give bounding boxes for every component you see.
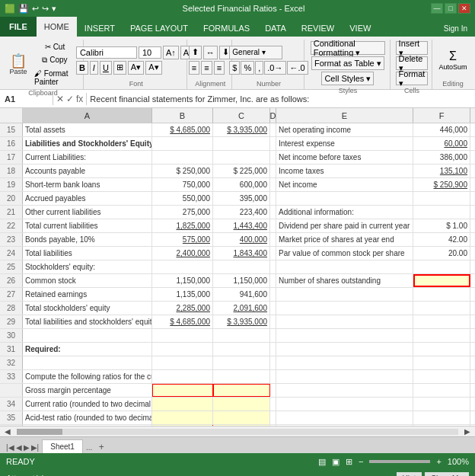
cell-c17[interactable] <box>213 151 270 164</box>
cell-f15[interactable]: 446,000 <box>413 123 470 136</box>
border-btn[interactable]: ⊞ <box>113 61 126 75</box>
cell-e25[interactable] <box>276 260 413 273</box>
cut-btn[interactable]: ✂ Cut <box>31 41 78 53</box>
fill-color-btn[interactable]: A▾ <box>128 61 144 75</box>
align-mid-btn[interactable]: ↔ <box>203 46 218 59</box>
cell-a34[interactable]: Current ratio (rounded to two decimal pl… <box>23 398 152 411</box>
cell-a26[interactable]: Common stock <box>23 274 152 287</box>
cell-e30[interactable] <box>276 329 413 342</box>
cell-e19[interactable]: Net income <box>276 178 413 191</box>
cell-f34[interactable] <box>413 398 470 411</box>
cell-f27[interactable] <box>413 288 470 301</box>
increase-decimal-btn[interactable]: .0→ <box>264 61 285 75</box>
tab-data[interactable]: DATA <box>257 20 294 37</box>
cell-c34[interactable] <box>213 398 270 411</box>
cell-d15[interactable] <box>270 123 276 136</box>
maximize-btn[interactable]: □ <box>445 3 457 14</box>
cell-e17[interactable]: Net income before taxes <box>276 151 413 164</box>
col-header-b[interactable]: B <box>152 108 213 123</box>
decrease-decimal-btn[interactable]: ←.0 <box>287 61 308 75</box>
cell-b35[interactable] <box>152 411 213 424</box>
cell-f32[interactable] <box>413 356 470 369</box>
cell-a20[interactable]: Accrued payables <box>23 192 152 205</box>
cell-c16[interactable] <box>213 137 270 150</box>
cell-a25[interactable]: Stockholders' equity: <box>23 260 152 273</box>
show-me-btn[interactable]: Show Me <box>425 472 469 476</box>
font-name-input[interactable] <box>76 46 137 59</box>
cell-b25[interactable] <box>152 260 213 273</box>
cell-d33b[interactable] <box>270 384 276 397</box>
cell-a16[interactable]: Liabilities and Stockholders' Equity <box>23 137 152 150</box>
cell-c18[interactable]: $ 225,000 <box>213 165 270 177</box>
cell-d21[interactable] <box>270 206 276 219</box>
zoom-out-btn[interactable]: − <box>359 457 363 466</box>
cell-b30[interactable] <box>152 329 213 342</box>
cell-c27[interactable]: 941,600 <box>213 288 270 301</box>
cell-b27[interactable]: 1,135,000 <box>152 288 213 301</box>
cell-f30[interactable] <box>413 329 470 342</box>
cell-a21[interactable]: Other current liabilities <box>23 206 152 219</box>
cell-f21[interactable] <box>413 206 470 219</box>
cell-b32[interactable] <box>152 356 213 369</box>
cell-e33[interactable] <box>276 370 413 383</box>
cell-b16[interactable] <box>152 137 213 150</box>
cancel-formula-icon[interactable]: ✕ <box>56 94 64 104</box>
cell-a22[interactable]: Total current liabilities <box>23 219 152 232</box>
cell-b23[interactable]: 575,000 <box>152 233 213 246</box>
conditional-formatting-btn[interactable]: Conditional Formatting ▾ <box>311 41 385 55</box>
font-grow-btn[interactable]: A↑ <box>163 46 179 59</box>
cell-f25[interactable] <box>413 260 470 273</box>
cell-e32[interactable] <box>276 356 413 369</box>
cell-d36[interactable] <box>270 425 276 426</box>
format-painter-btn[interactable]: 🖌 Format Painter <box>31 68 78 88</box>
tab-formulas[interactable]: FORMULAS <box>196 20 257 37</box>
cell-c29[interactable]: $ 3,935,000 <box>213 315 270 328</box>
cell-f31[interactable] <box>413 343 470 356</box>
cell-d25[interactable] <box>270 260 276 273</box>
cell-d16[interactable] <box>270 137 276 150</box>
cell-f33[interactable] <box>413 370 470 383</box>
italic-btn[interactable]: I <box>90 61 98 75</box>
cell-f22[interactable]: $ 1.00 <box>413 219 470 232</box>
cell-a24[interactable]: Total liabilities <box>23 247 152 260</box>
cell-c25[interactable] <box>213 260 270 273</box>
cell-c36[interactable] <box>213 425 270 426</box>
cell-b20[interactable]: 550,000 <box>152 192 213 205</box>
cell-c33[interactable] <box>213 370 270 383</box>
cell-a18[interactable]: Accounts payable <box>23 165 152 177</box>
hint-btn[interactable]: Hint <box>397 472 422 476</box>
cell-d28[interactable] <box>270 302 276 315</box>
cell-b15[interactable]: $ 4,685,000 <box>152 123 213 136</box>
cell-a28[interactable]: Total stockholders' equity <box>23 302 152 315</box>
cell-d19[interactable] <box>270 178 276 191</box>
cell-d31[interactable] <box>270 343 276 356</box>
tab-home[interactable]: HOME <box>37 17 77 37</box>
cell-c19[interactable]: 600,000 <box>213 178 270 191</box>
format-as-table-btn[interactable]: Format as Table ▾ <box>311 56 384 70</box>
sheet-tab-sheet1[interactable]: Sheet1 <box>42 439 83 453</box>
cell-c30[interactable] <box>213 329 270 342</box>
horizontal-scrollbar[interactable]: ◀ ▶ <box>0 426 475 436</box>
cell-f20[interactable] <box>413 192 470 205</box>
redo-btn[interactable]: ↪ <box>42 4 49 14</box>
cell-d23[interactable] <box>270 233 276 246</box>
cell-e21[interactable]: Additional information: <box>276 206 413 219</box>
align-left-btn[interactable]: ≡ <box>189 61 199 75</box>
autosum-btn[interactable]: Σ AutoSum <box>435 48 470 72</box>
tab-insert[interactable]: INSERT <box>77 20 123 37</box>
comma-btn[interactable]: , <box>255 61 263 75</box>
cell-f28[interactable] <box>413 302 470 315</box>
delete-cells-btn[interactable]: Delete ▾ <box>396 56 429 70</box>
underline-btn[interactable]: U <box>100 61 112 75</box>
view-layout-icon[interactable]: ▣ <box>332 457 340 467</box>
font-size-input[interactable] <box>139 46 161 59</box>
paste-btn[interactable]: 📋 Paste <box>8 53 29 77</box>
copy-btn[interactable]: ⧉ Copy <box>31 54 78 66</box>
formula-content[interactable]: Recent financial statements for Zimmer, … <box>86 93 475 105</box>
align-top-btn[interactable]: ⬆ <box>189 46 202 59</box>
cell-d17[interactable] <box>270 151 276 164</box>
col-header-d[interactable]: D <box>270 108 276 123</box>
cell-d30[interactable] <box>270 329 276 342</box>
col-header-a[interactable]: A <box>23 108 152 123</box>
sheet-nav-left-left[interactable]: |◀ <box>6 443 14 452</box>
